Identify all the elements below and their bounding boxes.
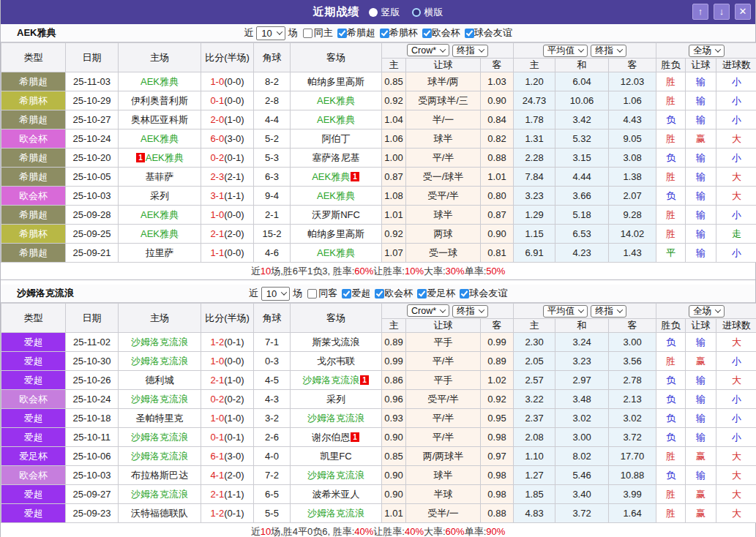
odds-stage-select[interactable]: 终指 bbox=[591, 305, 626, 318]
away-team-cell: 沙姆洛克流浪 bbox=[291, 466, 382, 485]
home-team-cell: 伊利奥普利斯 bbox=[119, 91, 201, 110]
result-cell: 负 bbox=[656, 390, 686, 409]
date-cell: 25-10-18 bbox=[66, 409, 119, 428]
score-cell: 2-1(1-1) bbox=[201, 485, 254, 504]
league-checkbox[interactable] bbox=[337, 29, 347, 38]
crow-handicap: 受一球 bbox=[406, 244, 481, 263]
col-home: 主场 bbox=[119, 304, 201, 333]
league-cell: 希腊超 bbox=[1, 110, 66, 129]
crow-away-odds: 0.98 bbox=[481, 466, 514, 485]
col-type: 类型 bbox=[1, 43, 66, 72]
move-down-button[interactable]: ↓ bbox=[714, 4, 730, 20]
goals-result-cell: 小 bbox=[716, 91, 756, 110]
fulltime-select[interactable]: 全场 bbox=[689, 45, 725, 57]
corner-cell: 2-6 bbox=[254, 428, 291, 447]
crow-away-odds: 0.87 bbox=[481, 206, 514, 225]
odds-stage-select[interactable]: 终指 bbox=[452, 45, 488, 57]
col-result: 胜负 bbox=[656, 59, 686, 72]
odds-stage-select[interactable]: 终指 bbox=[591, 45, 626, 57]
col-handicap-result: 让球 bbox=[686, 319, 716, 333]
match-row: 爱超25-09-23沃特福德联队1-2(0-1)5-5沙姆洛克流浪1.01受半/… bbox=[1, 504, 756, 523]
crow-handicap: 球半/两 bbox=[406, 72, 481, 91]
match-row: 希腊超25-11-03AEK雅典1-0(0-0)8-2帕纳多里高斯0.85球半/… bbox=[1, 72, 756, 91]
goals-result-cell: 大 bbox=[716, 466, 756, 485]
goals-result-cell: 小 bbox=[716, 409, 756, 428]
league-cell: 爱超 bbox=[1, 485, 66, 504]
result-cell: 负 bbox=[656, 428, 686, 447]
same-venue-checkbox[interactable] bbox=[307, 289, 317, 298]
league-checkbox[interactable] bbox=[417, 289, 427, 298]
league-checkbox[interactable] bbox=[422, 29, 432, 38]
average-select[interactable]: 平均值 bbox=[543, 305, 588, 318]
avg-away-odds: 1.06 bbox=[609, 91, 656, 110]
avg-away-odds: 14.02 bbox=[609, 225, 656, 244]
same-venue-checkbox[interactable] bbox=[303, 29, 312, 38]
goals-result-cell: 大 bbox=[716, 333, 756, 352]
col-crow-away: 客 bbox=[481, 319, 514, 333]
avg-away-odds: 3.99 bbox=[609, 485, 656, 504]
league-checkbox[interactable] bbox=[375, 289, 384, 298]
result-cell: 负 bbox=[656, 409, 686, 428]
crow-home-odds: 1.04 bbox=[382, 110, 406, 129]
corner-cell: 8-2 bbox=[254, 72, 291, 91]
crow-away-odds: 0.88 bbox=[481, 149, 514, 168]
avg-away-odds: 4.43 bbox=[609, 110, 656, 129]
move-up-button[interactable]: ↑ bbox=[692, 4, 708, 20]
crow-away-odds: 1.01 bbox=[481, 168, 514, 187]
col-score: 比分(半场) bbox=[201, 304, 254, 333]
handicap-result-cell: 输 bbox=[686, 466, 716, 485]
away-team-cell: 沙姆洛克流浪 bbox=[291, 504, 382, 523]
crow-home-odds: 0.96 bbox=[382, 390, 406, 409]
record-summary: 近10场,胜4平0负6, 胜率:40% 让胜率:40% 大率:60% 单率:90… bbox=[1, 523, 755, 537]
date-cell: 25-09-23 bbox=[66, 504, 119, 523]
handicap-result-cell: 赢 bbox=[686, 485, 716, 504]
league-checkbox[interactable] bbox=[342, 289, 351, 298]
crow-away-odds: 0.89 bbox=[481, 352, 514, 371]
score-cell: 1-2(0-1) bbox=[201, 333, 254, 352]
corner-cell: 7-2 bbox=[254, 466, 291, 485]
match-count-select[interactable]: 10 bbox=[256, 26, 285, 40]
crow-home-odds: 0.92 bbox=[382, 225, 406, 244]
match-count-select[interactable]: 10 bbox=[261, 287, 290, 301]
handicap-result-cell: 输 bbox=[686, 168, 716, 187]
crow-home-odds: 0.93 bbox=[382, 409, 406, 428]
fulltime-select[interactable]: 全场 bbox=[689, 305, 725, 318]
radio-vertical[interactable]: 竖版 bbox=[369, 6, 400, 19]
average-header: 平均值终指 bbox=[514, 304, 656, 319]
close-button[interactable]: ✕ bbox=[735, 4, 751, 20]
average-select[interactable]: 平均值 bbox=[543, 45, 588, 57]
avg-draw-odds: 8.02 bbox=[555, 447, 609, 466]
date-cell: 25-10-11 bbox=[66, 428, 119, 447]
col-avg-away: 客 bbox=[609, 319, 656, 333]
crow-handicap: 平/半 bbox=[406, 149, 481, 168]
score-cell: 0-2(0-1) bbox=[201, 149, 254, 168]
match-row: 希腊超25-10-27奥林匹亚科斯2-0(1-0)4-4AEK雅典1.04半/一… bbox=[1, 110, 756, 129]
date-cell: 25-10-24 bbox=[66, 129, 119, 149]
bookmaker-select[interactable]: Crow* bbox=[407, 304, 449, 317]
avg-away-odds: 9.05 bbox=[609, 129, 656, 149]
crow-away-odds: 0.84 bbox=[481, 110, 514, 129]
crow-home-odds: 0.85 bbox=[382, 72, 406, 91]
date-cell: 25-10-03 bbox=[66, 466, 119, 485]
avg-draw-odds: 5.32 bbox=[555, 129, 609, 149]
avg-draw-odds: 3.40 bbox=[555, 485, 609, 504]
result-cell: 胜 bbox=[656, 129, 686, 149]
result-cell: 胜 bbox=[656, 352, 686, 371]
home-team-cell: 采列 bbox=[119, 187, 201, 206]
avg-away-odds: 1.43 bbox=[609, 244, 656, 263]
away-team-cell: 沙姆洛克流浪1 bbox=[291, 371, 382, 390]
crow-handicap: 球半 bbox=[406, 129, 481, 149]
odds-stage-select[interactable]: 终指 bbox=[452, 305, 488, 318]
chevron-down-icon bbox=[440, 46, 446, 52]
avg-draw-odds: 2.97 bbox=[555, 371, 609, 390]
radio-horizontal[interactable]: 横版 bbox=[412, 6, 444, 19]
league-checkbox[interactable] bbox=[465, 29, 474, 38]
handicap-result-cell: 输 bbox=[686, 91, 716, 110]
date-cell: 25-09-21 bbox=[66, 244, 119, 263]
league-checkbox[interactable] bbox=[380, 29, 389, 38]
league-checkbox[interactable] bbox=[460, 289, 469, 298]
score-cell: 2-0(1-0) bbox=[201, 110, 254, 129]
score-cell: 1-0(0-0) bbox=[201, 352, 254, 371]
col-crow-home: 主 bbox=[382, 59, 406, 72]
bookmaker-select[interactable]: Crow* bbox=[407, 44, 449, 56]
